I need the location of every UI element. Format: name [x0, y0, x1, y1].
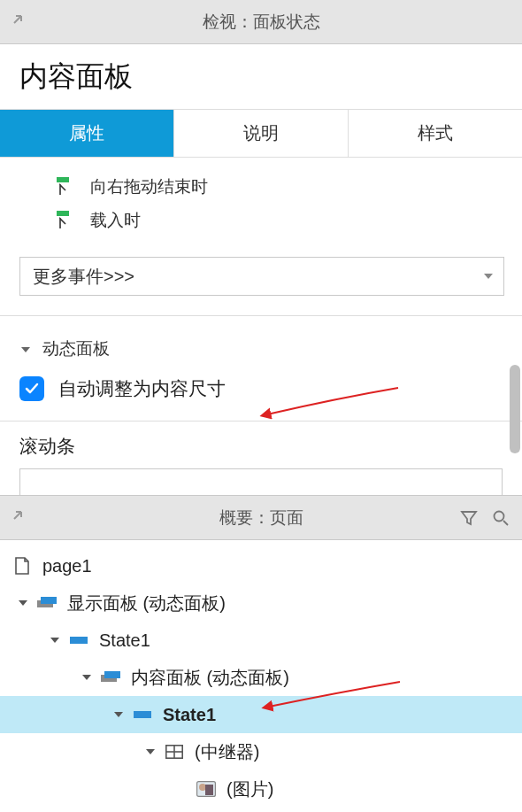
svg-point-2: [495, 511, 504, 521]
tab-properties-label: 属性: [69, 121, 104, 145]
tree-row-image[interactable]: (图片): [0, 770, 522, 808]
event-label: 载入时: [90, 209, 141, 232]
tree-row-dp1-state1[interactable]: State1: [0, 622, 522, 659]
dynamic-panel-icon: [35, 597, 58, 609]
page-icon: [11, 557, 34, 575]
tree-label: State1: [163, 705, 216, 725]
tree-label: 内容面板 (动态面板): [131, 666, 289, 690]
inspector-header: 检视：面板状态: [0, 0, 522, 44]
vertical-scrollbar[interactable]: [508, 267, 522, 462]
filter-icon[interactable]: [460, 509, 478, 527]
dynamic-panel-icon: [99, 671, 122, 684]
tree-label: (中继器): [195, 740, 259, 764]
tab-style-label: 样式: [418, 121, 453, 145]
chevron-down-icon[interactable]: [11, 598, 35, 608]
tree-row-dp2[interactable]: 内容面板 (动态面板): [0, 659, 522, 696]
svg-rect-6: [70, 637, 88, 644]
tab-notes[interactable]: 说明: [173, 110, 348, 157]
event-on-load[interactable]: 载入时: [0, 204, 522, 237]
tree-row-page[interactable]: page1: [0, 547, 522, 584]
inspector-tabs: 属性 说明 样式: [0, 110, 522, 158]
load-icon: [57, 211, 76, 230]
chevron-down-icon: [19, 344, 32, 356]
tab-notes-label: 说明: [243, 121, 279, 145]
tree-row-dp2-state1[interactable]: State1: [0, 696, 522, 733]
panel-state-icon: [131, 709, 154, 720]
tree-label: State1: [99, 630, 150, 651]
svg-rect-0: [57, 177, 69, 182]
scrollbar-thumb[interactable]: [510, 365, 520, 453]
widget-name[interactable]: 内容面板: [19, 58, 133, 97]
outline-tree: page1 显示面板 (动态面板) State1 内容面板 (动态面板): [0, 540, 522, 808]
chevron-down-icon[interactable]: [42, 635, 67, 646]
svg-point-15: [199, 784, 206, 791]
svg-line-3: [503, 521, 508, 525]
properties-body: 向右拖动结束时 载入时 更多事件>>> 动态面板 自动调整为内容尺寸 滚动条: [0, 158, 522, 496]
outline-header-title: 概要：页面: [219, 507, 303, 530]
chevron-down-icon[interactable]: [138, 746, 163, 757]
tree-row-dp1[interactable]: 显示面板 (动态面板): [0, 584, 522, 622]
chevron-down-icon[interactable]: [74, 672, 99, 683]
chevron-down-icon[interactable]: [106, 709, 131, 720]
svg-rect-5: [41, 597, 57, 604]
tab-style[interactable]: 样式: [348, 110, 522, 157]
tree-row-repeater[interactable]: (中继器): [0, 733, 522, 770]
svg-rect-16: [205, 785, 213, 795]
svg-rect-8: [104, 671, 120, 678]
inspector-header-title: 检视：面板状态: [203, 11, 320, 34]
repeater-icon: [163, 745, 186, 759]
event-label: 向右拖动结束时: [90, 175, 208, 198]
tab-properties[interactable]: 属性: [0, 110, 173, 157]
checkbox-fit-to-content[interactable]: [19, 376, 44, 401]
scrollbars-dropdown[interactable]: [19, 468, 503, 496]
widget-name-bar: 内容面板: [0, 44, 522, 110]
section-dynamic-panel[interactable]: 动态面板: [0, 316, 522, 360]
more-events-dropdown[interactable]: 更多事件>>>: [19, 257, 504, 296]
tree-label: 显示面板 (动态面板): [67, 592, 226, 615]
swipe-right-icon: [57, 177, 76, 197]
chevron-down-icon: [482, 270, 495, 282]
tree-label: (图片): [226, 777, 273, 801]
image-icon: [195, 781, 218, 797]
svg-rect-1: [57, 211, 69, 216]
event-on-swipe-right-end[interactable]: 向右拖动结束时: [0, 170, 522, 204]
panel-state-icon: [67, 635, 90, 646]
outline-pane: 概要：页面 page1 显示面板 (动态面板): [0, 496, 522, 808]
tree-label: page1: [42, 556, 92, 576]
popout-icon[interactable]: [12, 11, 27, 25]
scrollbars-label: 滚动条: [0, 421, 522, 459]
svg-rect-9: [134, 711, 151, 718]
popout-icon[interactable]: [12, 507, 27, 521]
search-icon[interactable]: [492, 509, 510, 527]
fit-to-content-row[interactable]: 自动调整为内容尺寸: [0, 360, 522, 401]
more-events-label: 更多事件>>>: [33, 265, 134, 289]
section-title: 动态面板: [42, 337, 110, 360]
outline-header: 概要：页面: [0, 496, 522, 540]
fit-to-content-label: 自动调整为内容尺寸: [58, 376, 226, 401]
